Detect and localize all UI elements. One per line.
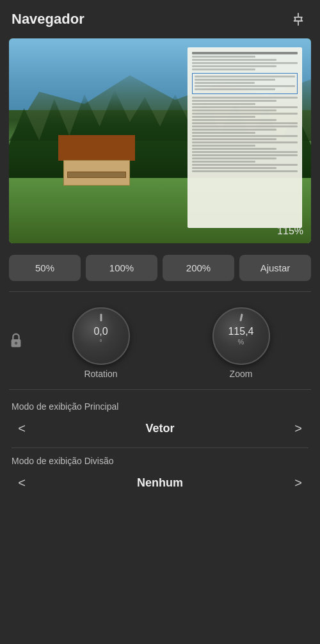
zoom-knob-unit: % [238, 338, 244, 346]
zoom-knob-value: 115,4 [228, 326, 253, 337]
rotation-knob-group: 0,0 ° Rotation [31, 307, 171, 379]
mode-principal-prev-button[interactable]: < [12, 418, 32, 439]
doc-highlight-box [192, 73, 298, 94]
mode-divisao-prev-button[interactable]: < [12, 472, 32, 493]
knob-section: 0,0 ° Rotation 115,4 % Zoom [0, 296, 320, 385]
doc-line [192, 170, 298, 172]
house [63, 149, 130, 186]
doc-line [192, 119, 276, 121]
knob-indicator [100, 314, 102, 321]
lock-icon-wrap [9, 332, 23, 348]
house-body [63, 160, 130, 186]
doc-line [192, 129, 276, 131]
doc-line [192, 62, 298, 64]
doc-line [192, 65, 276, 67]
doc-line [192, 148, 276, 150]
rotation-label: Rotation [84, 369, 117, 379]
doc-line [195, 79, 275, 81]
doc-line [192, 116, 255, 118]
doc-line [192, 161, 255, 163]
mode-divisao-value: Nenhum [32, 476, 288, 490]
doc-line [192, 125, 298, 127]
mode-principal-label: Modo de exibição Principal [12, 401, 308, 412]
doc-line [192, 56, 255, 58]
pin-icon[interactable] [288, 9, 308, 29]
doc-line [192, 154, 298, 156]
mode-divisao-label: Modo de exibição Divisão [12, 456, 308, 466]
doc-line [192, 52, 298, 54]
doc-line [192, 141, 298, 143]
doc-line [192, 157, 276, 159]
doc-line [192, 68, 255, 70]
mode-divisao-next-button[interactable]: > [288, 472, 308, 493]
rotation-knob[interactable]: 0,0 ° [72, 307, 130, 365]
doc-line [192, 59, 276, 61]
zoom-100-button[interactable]: 100% [86, 255, 157, 281]
document-overlay [188, 47, 302, 228]
zoom-knob-group: 115,4 % Zoom [171, 307, 311, 379]
page-title: Navegador [12, 11, 84, 28]
doc-text-block [192, 52, 298, 172]
doc-line [192, 164, 298, 166]
zoom-buttons-group: 50% 100% 200% Ajustar [0, 248, 320, 287]
rotation-value: 0,0 [93, 326, 108, 337]
zoom-knob-label: Zoom [230, 369, 253, 379]
preview-area: 115% [9, 38, 311, 243]
doc-line [192, 145, 255, 147]
mode-divisao-control: < Nenhum > [12, 470, 308, 499]
house-roof [58, 135, 135, 161]
zoom-knob[interactable]: 115,4 % [212, 307, 270, 365]
doc-line [192, 122, 298, 124]
doc-line [192, 97, 298, 99]
doc-line [192, 100, 276, 102]
zoom-knob-indicator [239, 314, 243, 321]
doc-line [192, 135, 298, 137]
zoom-50-button[interactable]: 50% [9, 255, 81, 281]
divider-1 [9, 291, 311, 292]
doc-line [195, 82, 255, 84]
doc-line [192, 103, 255, 105]
doc-line [195, 88, 275, 90]
doc-line [192, 109, 276, 111]
mode-principal-next-button[interactable]: > [288, 418, 308, 439]
doc-line [192, 106, 298, 108]
lock-icon [9, 332, 23, 348]
zoom-badge: 115% [277, 225, 303, 237]
zoom-fit-button[interactable]: Ajustar [239, 255, 311, 281]
divider-2 [9, 389, 311, 390]
svg-point-1 [15, 342, 18, 345]
zoom-200-button[interactable]: 200% [163, 255, 234, 281]
rotation-unit: ° [99, 338, 102, 346]
doc-line [192, 113, 298, 115]
mode-principal-section: Modo de exibição Principal < Vetor > [0, 394, 320, 447]
doc-line [192, 132, 255, 134]
doc-line [192, 138, 276, 140]
header: Navegador [0, 0, 320, 38]
mode-principal-control: < Vetor > [12, 415, 308, 445]
doc-line [195, 85, 295, 87]
doc-line [195, 76, 295, 77]
mode-divisao-section: Modo de exibição Divisão < Nenhum > [0, 448, 320, 502]
doc-line [192, 151, 298, 153]
house-balcony [67, 172, 126, 178]
doc-line [192, 167, 276, 169]
mode-principal-value: Vetor [32, 422, 288, 435]
